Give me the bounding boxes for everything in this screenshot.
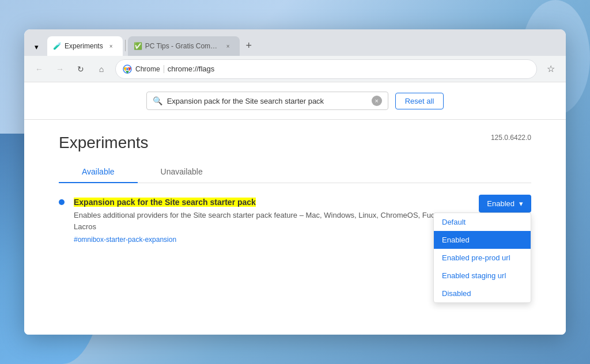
chrome-logo-icon [123,65,132,74]
tab-pctips[interactable]: ✅ PC Tips - Gratis Computer Tips × [128,36,240,56]
experiment-dropdown-button[interactable]: Enabled ▾ [479,195,531,213]
reload-button[interactable]: ↻ [71,60,90,78]
experiment-title: Expansion pack for the Site search start… [74,198,256,207]
dropdown-chevron-icon: ▾ [519,199,523,208]
experiment-body: Expansion pack for the Site search start… [74,197,470,244]
experiment-item: Expansion pack for the Site search start… [59,197,531,244]
pctips-tab-icon: ✅ [134,42,142,50]
title-bar: ▾ 🧪 Experiments × ✅ PC Tips - Gratis Com… [24,29,566,56]
experiments-tab-icon: 🧪 [53,42,61,50]
search-input-value: Expansion pack for the Site search start… [167,97,367,105]
experiment-link[interactable]: #omnibox-starter-pack-expansion [74,236,470,244]
tab-unavailable[interactable]: Unavailable [138,161,226,183]
tab-available[interactable]: Available [59,161,138,183]
dropdown-option-default[interactable]: Default [434,213,531,231]
new-tab-button[interactable]: + [241,37,257,54]
experiment-dropdown-menu: Default Enabled Enabled pre-prod url Ena… [433,213,531,303]
search-bar: 🔍 Expansion pack for the Site search sta… [146,92,388,110]
forward-button[interactable]: → [51,60,69,78]
home-button[interactable]: ⌂ [92,60,111,78]
bookmark-button[interactable]: ☆ [542,60,560,78]
content-area: 🔍 Expansion pack for the Site search sta… [24,82,566,335]
address-separator [164,65,164,73]
dropdown-option-enabled-preprod[interactable]: Enabled pre-prod url [434,249,531,267]
experiment-dropdown-container: Enabled ▾ Default Enabled Enabled pre-pr… [479,195,531,213]
experiment-description: Enables additional providers for the Sit… [74,210,470,232]
address-text: chrome://flags [168,65,530,73]
content-tabs: Available Unavailable [59,161,531,183]
experiments-tab-title: Experiments [65,42,103,50]
browser-window: ▾ 🧪 Experiments × ✅ PC Tips - Gratis Com… [24,29,566,335]
toolbar: ← → ↻ ⌂ Chrome chrome://flags ☆ [24,56,566,82]
dropdown-option-enabled[interactable]: Enabled [434,231,531,249]
back-button[interactable]: ← [30,60,48,78]
tab-list-icon: ▾ [35,43,39,51]
search-clear-button[interactable]: × [372,96,382,106]
tab-separator [125,40,126,51]
version-text: 125.0.6422.0 [491,134,531,142]
search-clear-icon: × [375,97,378,104]
search-icon: 🔍 [153,96,162,105]
page-header: Experiments 125.0.6422.0 [59,134,531,152]
dropdown-current-value: Enabled [487,199,515,208]
tab-list-button[interactable]: ▾ [29,39,44,55]
site-name-label: Chrome [135,65,160,73]
experiment-dot [59,199,65,205]
pctips-tab-title: PC Tips - Gratis Computer Tips [145,42,220,50]
experiments-tab-close[interactable]: × [107,41,116,51]
page-title: Experiments [59,134,149,152]
dropdown-option-enabled-staging[interactable]: Enabled staging url [434,267,531,285]
address-bar[interactable]: Chrome chrome://flags [115,59,537,79]
search-bar-container: 🔍 Expansion pack for the Site search sta… [24,82,566,120]
page-content: Experiments 125.0.6422.0 Available Unava… [24,120,566,257]
dropdown-option-disabled[interactable]: Disabled [434,285,531,302]
tab-experiments[interactable]: 🧪 Experiments × [47,36,123,56]
pctips-tab-close[interactable]: × [224,41,233,51]
reset-all-button[interactable]: Reset all [395,93,444,109]
svg-point-2 [126,68,128,70]
